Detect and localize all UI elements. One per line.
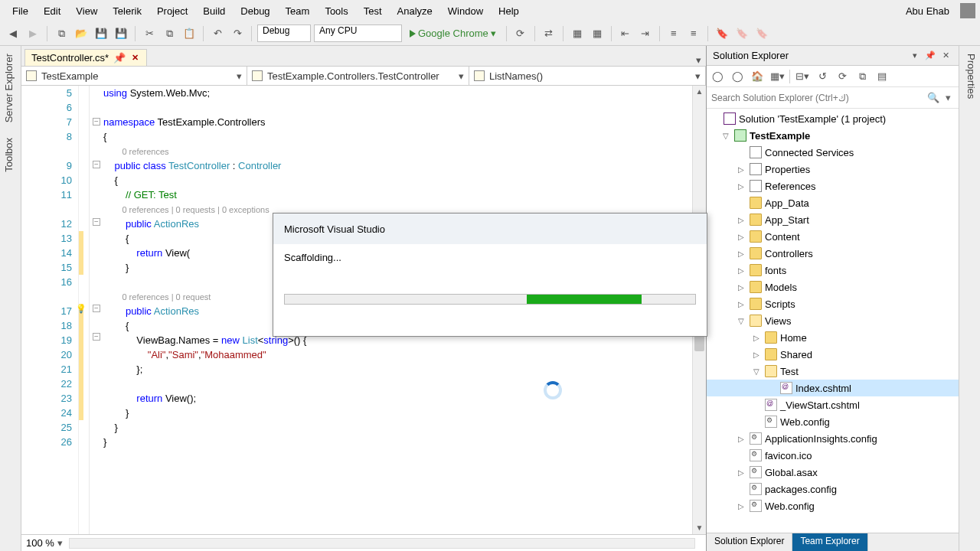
solution-explorer-search[interactable]: 🔍▾ <box>707 87 959 109</box>
tree-node[interactable]: ▷ApplicationInsights.config <box>707 430 959 447</box>
editor-tab-testcontroller[interactable]: TestController.cs* 📌 ✕ <box>24 49 147 66</box>
uncomment-icon[interactable]: ≡ <box>685 25 702 42</box>
search-icon[interactable]: 🔍 <box>924 92 942 103</box>
panel-dropdown-icon[interactable]: ▾ <box>908 51 922 60</box>
zoom-dropdown[interactable]: 100 %▾ <box>26 537 63 549</box>
expand-icon[interactable]: ▷ <box>736 300 746 308</box>
nav-fwd-icon[interactable]: ▶ <box>24 25 41 42</box>
undo-icon[interactable]: ↶ <box>209 25 226 42</box>
browserlink-icon[interactable]: ⇄ <box>541 25 557 42</box>
expand-icon[interactable]: ▷ <box>736 249 746 258</box>
se-home-icon[interactable]: 🏠 <box>750 69 765 84</box>
tree-node[interactable]: ▷Properties <box>707 161 959 178</box>
close-icon[interactable]: ✕ <box>939 51 952 60</box>
tree-node[interactable]: ▷App_Start <box>707 211 959 228</box>
nav-project-dropdown[interactable]: TestExample▾ <box>21 67 247 85</box>
expand-icon[interactable]: ▷ <box>736 283 746 292</box>
expand-icon[interactable]: ▷ <box>736 502 746 510</box>
tab-overflow-icon[interactable]: ▾ <box>696 54 701 66</box>
scroll-thumb[interactable] <box>694 334 704 351</box>
tree-node[interactable]: ▷Web.config <box>707 497 959 514</box>
new-project-icon[interactable]: ⧉ <box>53 25 70 42</box>
comment-icon[interactable]: ≡ <box>665 25 682 42</box>
tree-node[interactable]: Web.config <box>707 413 959 430</box>
se-refresh-icon[interactable]: ↺ <box>815 69 830 84</box>
horizontal-scrollbar[interactable] <box>69 538 695 549</box>
expand-icon[interactable]: ▽ <box>751 367 762 376</box>
menu-telerik[interactable]: Telerik <box>105 2 149 20</box>
expand-icon[interactable]: ▷ <box>736 435 746 443</box>
tree-node[interactable]: App_Data <box>707 194 959 211</box>
redo-icon[interactable]: ↷ <box>229 25 246 42</box>
refresh-icon[interactable]: ⟳ <box>512 25 529 42</box>
tree-node[interactable]: favicon.ico <box>707 447 959 464</box>
expand-icon[interactable]: ▷ <box>736 266 746 275</box>
expand-icon[interactable]: ▷ <box>751 350 762 359</box>
scroll-down-icon[interactable]: ▼ <box>693 522 706 534</box>
expand-icon[interactable]: ▽ <box>720 132 731 140</box>
server-explorer-tab[interactable]: Server Explorer <box>0 46 21 130</box>
bookmark-next-icon[interactable]: 🔖 <box>753 25 770 42</box>
expand-icon[interactable]: ▷ <box>736 182 746 191</box>
tree-node[interactable]: ▷Models <box>707 279 959 295</box>
menu-debug[interactable]: Debug <box>233 2 277 20</box>
se-preview-icon[interactable]: ⧉ <box>854 69 870 84</box>
bookmark-icon[interactable]: 🔖 <box>714 25 730 42</box>
tree-node[interactable]: ▷Controllers <box>707 245 959 262</box>
expand-icon[interactable]: ▷ <box>736 165 746 174</box>
tab-team-explorer[interactable]: Team Explorer <box>792 533 867 551</box>
save-icon[interactable]: 💾 <box>93 25 109 42</box>
chevron-down-icon[interactable]: ▾ <box>942 92 954 103</box>
save-all-icon[interactable]: 💾 <box>113 25 129 42</box>
expand-icon[interactable]: ▷ <box>736 233 746 241</box>
tree-node[interactable]: ▷Shared <box>707 346 959 363</box>
expand-icon[interactable]: ▽ <box>736 317 746 325</box>
indent-inc-icon[interactable]: ⇥ <box>637 25 654 42</box>
tree-node[interactable]: _ViewStart.cshtml <box>707 396 959 413</box>
menu-build[interactable]: Build <box>195 2 233 20</box>
paste-icon[interactable]: 📋 <box>181 25 198 42</box>
scroll-up-icon[interactable]: ▲ <box>693 86 706 98</box>
se-back-icon[interactable]: ◯ <box>710 69 725 84</box>
nav-member-dropdown[interactable]: ListNames()▾ <box>469 67 706 85</box>
tree-node[interactable]: ▷fonts <box>707 262 959 279</box>
properties-tab[interactable]: Properties <box>959 46 980 106</box>
tree-project[interactable]: ▽ TestExample <box>707 127 959 144</box>
copy-icon[interactable]: ⧉ <box>161 25 178 42</box>
tree-node[interactable]: ▷Scripts <box>707 295 959 312</box>
tree-node[interactable]: Connected Services <box>707 144 959 161</box>
cut-icon[interactable]: ✂ <box>141 25 158 42</box>
menu-team[interactable]: Team <box>278 2 318 20</box>
se-collapse-icon[interactable]: ⊟▾ <box>795 69 810 84</box>
account-avatar[interactable] <box>960 3 975 18</box>
se-showall-icon[interactable]: ⟳ <box>835 69 850 84</box>
menu-edit[interactable]: Edit <box>36 2 68 20</box>
menu-help[interactable]: Help <box>491 2 527 20</box>
menu-project[interactable]: Project <box>149 2 195 20</box>
expand-icon[interactable]: ▷ <box>751 334 762 342</box>
open-file-icon[interactable]: 📂 <box>73 25 90 42</box>
account-name[interactable]: Abu Ehab <box>900 2 956 20</box>
tree-solution[interactable]: Solution 'TestExample' (1 project) <box>707 110 959 127</box>
close-icon[interactable]: ✕ <box>130 53 140 63</box>
tree-node[interactable]: ▷Global.asax <box>707 464 959 481</box>
nav-back-icon[interactable]: ◀ <box>5 25 21 42</box>
menu-view[interactable]: View <box>68 2 105 20</box>
platform-dropdown[interactable]: Any CPU <box>314 24 402 42</box>
bookmark-prev-icon[interactable]: 🔖 <box>733 25 750 42</box>
tree-node[interactable]: ▽Views <box>707 312 959 329</box>
menu-test[interactable]: Test <box>356 2 390 20</box>
menu-window[interactable]: Window <box>440 2 491 20</box>
nav-class-dropdown[interactable]: TestExample.Controllers.TestController▾ <box>247 67 469 85</box>
tree-node[interactable]: ▽Test <box>707 363 959 380</box>
tab-solution-explorer[interactable]: Solution Explorer <box>707 533 792 551</box>
expand-icon[interactable]: ▷ <box>736 468 746 477</box>
se-properties-icon[interactable]: ▤ <box>874 69 890 84</box>
menu-tools[interactable]: Tools <box>317 2 355 20</box>
toolbox-tab[interactable]: Toolbox <box>0 130 21 180</box>
expand-icon[interactable]: ▷ <box>736 216 746 224</box>
toolbar-btn-a[interactable]: ▦ <box>569 25 586 42</box>
se-sync-icon[interactable]: ▦▾ <box>769 69 785 84</box>
menu-analyze[interactable]: Analyze <box>390 2 440 20</box>
start-debugging-button[interactable]: Google Chrome ▾ <box>405 28 501 39</box>
